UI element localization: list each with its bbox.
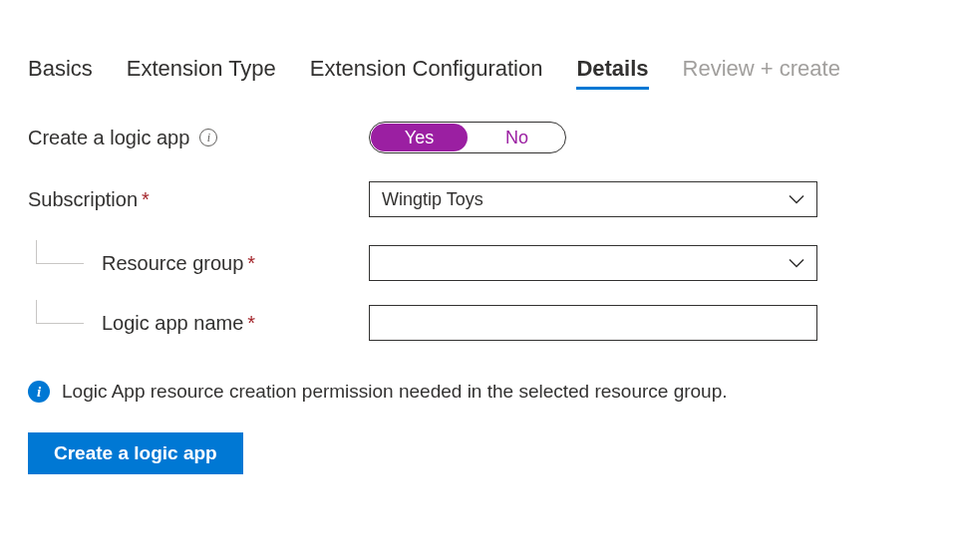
- label-resource-group: Resource group: [102, 252, 243, 275]
- row-create-logic-app: Create a logic app i Yes No: [28, 122, 929, 153]
- label-create-logic-app: Create a logic app: [28, 127, 189, 149]
- required-marker: *: [247, 252, 255, 275]
- tab-basics[interactable]: Basics: [28, 56, 93, 88]
- toggle-create-logic-app[interactable]: Yes No: [369, 122, 566, 153]
- input-logic-app-name[interactable]: [369, 305, 817, 341]
- row-resource-group: Resource group *: [28, 245, 929, 281]
- chevron-down-icon: [789, 189, 804, 210]
- select-subscription[interactable]: Wingtip Toys: [369, 181, 817, 217]
- tree-connector: [36, 240, 84, 264]
- label-subscription: Subscription: [28, 188, 138, 211]
- info-message-row: i Logic App resource creation permission…: [28, 381, 929, 403]
- tab-extension-type[interactable]: Extension Type: [127, 56, 276, 88]
- required-marker: *: [142, 188, 150, 211]
- info-icon[interactable]: i: [199, 129, 217, 146]
- tabs-nav: Basics Extension Type Extension Configur…: [28, 56, 929, 88]
- toggle-yes[interactable]: Yes: [371, 124, 468, 151]
- info-message-text: Logic App resource creation permission n…: [62, 381, 728, 403]
- toggle-no[interactable]: No: [469, 123, 565, 152]
- select-subscription-value: Wingtip Toys: [382, 189, 483, 210]
- tree-connector: [36, 300, 84, 324]
- chevron-down-icon: [789, 253, 804, 274]
- tab-details[interactable]: Details: [576, 56, 648, 88]
- tab-extension-configuration[interactable]: Extension Configuration: [310, 56, 543, 88]
- info-badge-icon: i: [28, 381, 50, 403]
- row-logic-app-name: Logic app name *: [28, 305, 929, 341]
- tab-review-create: Review + create: [683, 56, 840, 88]
- label-logic-app-name: Logic app name: [102, 312, 243, 335]
- required-marker: *: [247, 312, 255, 335]
- row-subscription: Subscription * Wingtip Toys: [28, 181, 929, 217]
- create-logic-app-button[interactable]: Create a logic app: [28, 432, 243, 474]
- select-resource-group[interactable]: [369, 245, 817, 281]
